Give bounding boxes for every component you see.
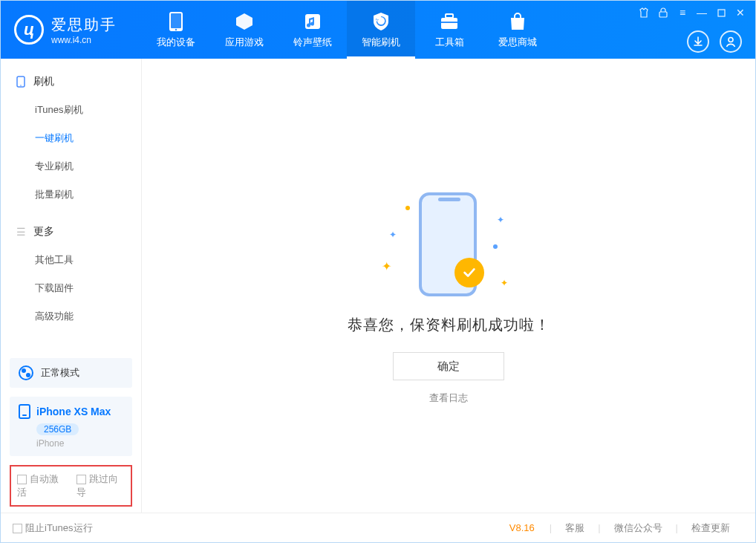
success-message: 恭喜您，保资料刷机成功啦！: [348, 315, 550, 335]
sidebar: 刷机 iTunes刷机 一键刷机 专业刷机 批量刷机 ☰ 更多 其他工具 下载固…: [1, 59, 142, 513]
footer-link-wechat[interactable]: 微信公众号: [601, 521, 676, 535]
nav-flash[interactable]: 智能刷机: [347, 1, 415, 59]
sidebar-item-batch-flash[interactable]: 批量刷机: [1, 181, 141, 209]
logo-url: www.i4.cn: [51, 35, 117, 45]
sidebar-item-oneclick-flash[interactable]: 一键刷机: [1, 124, 141, 152]
shirt-icon[interactable]: [638, 7, 650, 19]
main-nav: 我的设备 应用游戏 铃声壁纸 智能刷机 工具箱 爱思商城: [142, 1, 552, 59]
svg-rect-5: [446, 14, 453, 18]
svg-rect-6: [441, 22, 457, 23]
options-box: 自动激活 跳过向导: [10, 465, 132, 507]
logo: ц 爱思助手 www.i4.cn: [1, 15, 142, 45]
nav-label: 铃声壁纸: [293, 36, 332, 49]
svg-point-2: [175, 29, 177, 30]
sidebar-item-advanced[interactable]: 高级功能: [1, 302, 141, 331]
nav-label: 工具箱: [435, 36, 464, 49]
toolbox-icon: [439, 10, 460, 33]
sidebar-group-flash: 刷机: [1, 71, 141, 96]
svg-rect-8: [718, 10, 725, 16]
sparkle-icon: ✦: [501, 278, 508, 288]
device-card[interactable]: iPhone XS Max 256GB iPhone: [10, 397, 132, 456]
dot-icon: [493, 244, 498, 249]
lock-icon[interactable]: [657, 7, 669, 19]
nav-label: 应用游戏: [225, 36, 264, 49]
menu-icon[interactable]: ≡: [677, 7, 688, 19]
nav-apps[interactable]: 应用游戏: [210, 1, 278, 59]
device-type: iPhone: [36, 438, 123, 449]
view-log-link[interactable]: 查看日志: [429, 391, 468, 405]
sparkle-icon: ✦: [389, 230, 397, 240]
shield-refresh-icon: [371, 10, 391, 33]
nav-label: 爱思商城: [498, 36, 537, 49]
footer-link-support[interactable]: 客服: [552, 521, 598, 535]
footer: 阻止iTunes运行 V8.16 | 客服 | 微信公众号 | 检查更新: [1, 513, 755, 542]
group-title: 更多: [33, 225, 54, 238]
ok-button[interactable]: 确定: [393, 352, 504, 380]
check-badge-icon: [454, 258, 484, 287]
sparkle-icon: ✦: [382, 259, 391, 273]
checkbox-block-itunes[interactable]: 阻止iTunes运行: [13, 521, 93, 535]
svg-rect-1: [171, 13, 181, 28]
sidebar-group-more: ☰ 更多: [1, 221, 141, 246]
nav-ringtones[interactable]: 铃声壁纸: [278, 1, 347, 59]
close-button[interactable]: ✕: [734, 7, 746, 19]
nav-label: 我的设备: [157, 36, 195, 49]
minimize-button[interactable]: —: [696, 7, 708, 19]
checkbox-auto-activate[interactable]: 自动激活: [17, 472, 66, 499]
window-controls: ≡ — ✕: [638, 7, 746, 19]
capacity-badge: 256GB: [36, 423, 79, 435]
bag-icon: [509, 10, 527, 33]
device-icon: [168, 10, 184, 33]
logo-title: 爱思助手: [51, 15, 117, 35]
mode-card[interactable]: 正常模式: [10, 358, 132, 388]
svg-point-11: [20, 85, 22, 86]
sidebar-item-pro-flash[interactable]: 专业刷机: [1, 152, 141, 181]
list-icon: ☰: [14, 226, 27, 238]
user-button[interactable]: [720, 30, 742, 53]
sparkle-icon: ✦: [497, 215, 504, 225]
mode-label: 正常模式: [41, 366, 79, 380]
nav-label: 智能刷机: [362, 36, 400, 49]
music-icon: [303, 10, 322, 33]
nav-toolbox[interactable]: 工具箱: [415, 1, 483, 59]
group-title: 刷机: [33, 75, 54, 88]
footer-link-update[interactable]: 检查更新: [678, 521, 743, 535]
content-area: ✦ ✦ ✦ ✦ 恭喜您，保资料刷机成功啦！ 确定 查看日志: [142, 59, 755, 513]
sidebar-item-download-firmware[interactable]: 下载固件: [1, 274, 141, 302]
svg-rect-7: [659, 12, 667, 17]
svg-point-9: [729, 38, 733, 42]
nav-my-device[interactable]: 我的设备: [142, 1, 210, 59]
sidebar-item-itunes-flash[interactable]: iTunes刷机: [1, 96, 141, 124]
cube-icon: [234, 10, 255, 33]
phone-icon: [14, 76, 27, 88]
logo-icon: ц: [14, 15, 44, 45]
mode-icon: [19, 365, 33, 380]
version-label: V8.16: [509, 522, 535, 533]
maximize-button[interactable]: [715, 7, 727, 19]
sidebar-item-other-tools[interactable]: 其他工具: [1, 246, 141, 274]
download-button[interactable]: [687, 30, 709, 53]
device-name: iPhone XS Max: [36, 406, 111, 417]
nav-store[interactable]: 爱思商城: [483, 1, 552, 59]
checkbox-skip-guide[interactable]: 跳过向导: [76, 472, 126, 499]
svg-rect-4: [441, 18, 457, 29]
device-icon: [19, 404, 30, 419]
dot-icon: [405, 206, 410, 210]
success-illustration: ✦ ✦ ✦ ✦: [367, 185, 530, 304]
app-header: ц 爱思助手 www.i4.cn 我的设备 应用游戏 铃声壁纸 智能刷机 工具箱: [1, 1, 755, 59]
